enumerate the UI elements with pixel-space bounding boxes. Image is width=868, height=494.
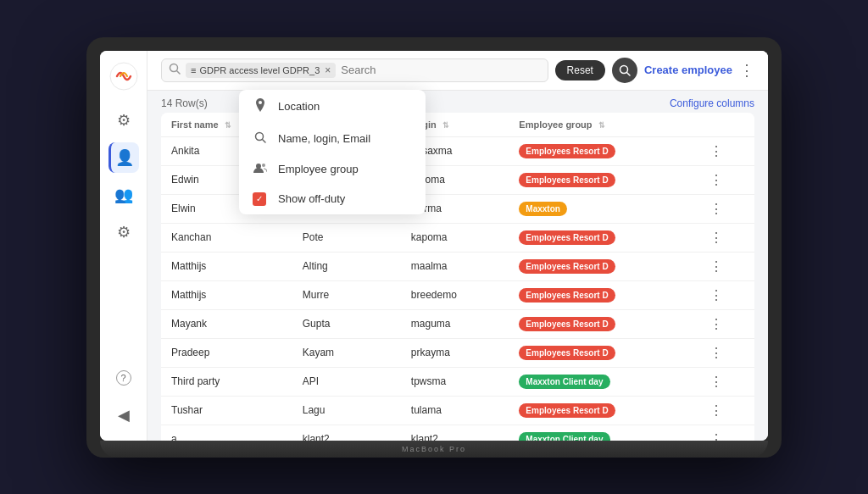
cell-login: kapoma: [401, 223, 509, 252]
employee-group-badge: Employees Resort D: [519, 230, 615, 245]
employee-group-badge: Maxxton Client day: [519, 375, 609, 389]
row-action-menu[interactable]: ⋮: [709, 288, 723, 303]
create-employee-button[interactable]: Create employee: [644, 64, 732, 76]
configure-columns-button[interactable]: Configure columns: [670, 97, 754, 109]
cell-first-name: Third party: [161, 367, 292, 396]
row-count: 14 Row(s): [161, 97, 208, 109]
svg-line-7: [263, 139, 266, 142]
cell-first-name: Matthijs: [161, 280, 292, 309]
filter-chip[interactable]: ≡ GDPR access level GDPR_3 ×: [186, 63, 336, 78]
filter-chip-close[interactable]: ×: [325, 64, 331, 76]
sidebar: ⚙ 👤 👥 ⚙ ? ◀: [100, 51, 147, 441]
cell-actions: ⋮: [699, 165, 754, 194]
employee-group-badge: Employees Resort D: [519, 173, 615, 187]
employee-group-badge: Employees Resort D: [519, 259, 615, 274]
cell-employee-group: Employees Resort D: [509, 396, 698, 425]
cell-first-name: Pradeep: [161, 338, 292, 367]
row-action-menu[interactable]: ⋮: [709, 230, 723, 245]
dropdown-item-show-off-duty[interactable]: ✓ Show off-duty: [239, 184, 426, 214]
employee-group-badge: Employees Resort D: [519, 346, 615, 360]
sidebar-icon-users[interactable]: 👤: [108, 142, 139, 173]
cell-last-name: Kayam: [292, 338, 401, 367]
table-row: Tushar Lagu tulama Employees Resort D ⋮: [161, 396, 754, 425]
table-row: Third party API tpwsma Maxxton Client da…: [161, 367, 754, 396]
search-button[interactable]: [612, 58, 637, 83]
row-action-menu[interactable]: ⋮: [709, 259, 723, 274]
top-bar: ≡ GDPR access level GDPR_3 × Reset Creat…: [147, 51, 768, 91]
dropdown-location-label: Location: [278, 100, 320, 113]
cell-last-name: Pote: [292, 223, 401, 252]
table-row: Pradeep Kayam prkayma Employees Resort D…: [161, 338, 754, 367]
sidebar-icon-settings-bottom[interactable]: ⚙: [108, 217, 139, 247]
cell-actions: ⋮: [699, 309, 754, 338]
cell-actions: ⋮: [699, 396, 754, 425]
row-action-menu[interactable]: ⋮: [709, 346, 723, 360]
cell-login: breedemo: [401, 280, 509, 309]
sidebar-icon-settings-top[interactable]: ⚙: [108, 105, 139, 136]
people-icon: [253, 163, 268, 175]
row-action-menu[interactable]: ⋮: [709, 403, 723, 418]
checkbox-checked-icon: ✓: [253, 192, 268, 206]
svg-point-5: [259, 101, 262, 104]
collapse-icon: ◀: [118, 406, 130, 425]
dropdown-item-name-login-email[interactable]: Name, login, Email: [239, 123, 426, 154]
employee-group-badge: Employees Resort D: [519, 403, 615, 418]
row-action-menu[interactable]: ⋮: [709, 202, 723, 216]
cell-login: maguma: [401, 309, 509, 338]
search-small-icon: [253, 131, 268, 146]
cell-last-name: Gupta: [292, 309, 401, 338]
col-employee-group: Employee group ⇅: [509, 113, 698, 137]
dropdown-name-login-email-label: Name, login, Email: [278, 132, 370, 145]
cell-employee-group: Employees Resort D: [509, 136, 698, 165]
laptop-label: MacBook Pro: [402, 445, 466, 453]
filter-chip-icon: ≡: [191, 65, 196, 75]
sidebar-icon-help[interactable]: ?: [108, 363, 139, 393]
cell-login: klant2: [401, 425, 509, 441]
cell-login: prkayma: [401, 338, 509, 367]
user-icon: 👤: [115, 148, 134, 167]
cell-login: tulama: [401, 396, 509, 425]
sort-icon-login: ⇅: [442, 121, 449, 130]
cell-employee-group: Employees Resort D: [509, 309, 698, 338]
sidebar-icon-collapse[interactable]: ◀: [108, 400, 139, 430]
sort-icon-employee-group: ⇅: [598, 121, 605, 130]
cell-employee-group: Maxxton Client day: [509, 367, 698, 396]
main-content: ≡ GDPR access level GDPR_3 × Reset Creat…: [147, 51, 768, 441]
more-options-button[interactable]: ⋮: [739, 61, 754, 80]
cell-actions: ⋮: [699, 367, 754, 396]
cell-first-name: a: [161, 425, 292, 441]
cell-employee-group: Employees Resort D: [509, 280, 698, 309]
cell-employee-group: Employees Resort D: [509, 165, 698, 194]
row-action-menu[interactable]: ⋮: [709, 144, 723, 158]
dropdown-item-employee-group[interactable]: Employee group: [239, 154, 426, 184]
cell-first-name: Matthijs: [161, 252, 292, 280]
dropdown-employee-group-label: Employee group: [278, 163, 359, 175]
table-row: Matthijs Alting maalma Employees Resort …: [161, 252, 754, 280]
cell-employee-group: Employees Resort D: [509, 338, 698, 367]
sidebar-icon-groups[interactable]: 👥: [108, 180, 139, 210]
users-icon: 👥: [114, 186, 133, 204]
cell-last-name: Murre: [292, 280, 401, 309]
search-area[interactable]: ≡ GDPR access level GDPR_3 ×: [161, 58, 548, 82]
cell-employee-group: Employees Resort D: [509, 252, 698, 280]
cell-actions: ⋮: [699, 223, 754, 252]
cell-employee-group: Employees Resort D: [509, 223, 698, 252]
svg-line-2: [177, 71, 181, 75]
row-action-menu[interactable]: ⋮: [709, 432, 723, 441]
logo: [108, 61, 139, 95]
cell-actions: ⋮: [699, 280, 754, 309]
dropdown-item-location[interactable]: Location: [239, 90, 426, 123]
row-action-menu[interactable]: ⋮: [709, 375, 723, 389]
svg-line-4: [626, 72, 630, 75]
gear-icon: ⚙: [117, 111, 131, 130]
cell-actions: ⋮: [699, 194, 754, 223]
reset-button[interactable]: Reset: [555, 60, 605, 80]
row-action-menu[interactable]: ⋮: [709, 173, 723, 187]
dropdown-menu: Location Name, login, Email: [239, 90, 426, 214]
table-row: Matthijs Murre breedemo Employees Resort…: [161, 280, 754, 309]
search-input[interactable]: [341, 64, 540, 76]
cell-login: maalma: [401, 252, 509, 280]
location-icon: [253, 98, 268, 114]
row-action-menu[interactable]: ⋮: [709, 317, 723, 331]
cell-first-name: Mayank: [161, 309, 292, 338]
